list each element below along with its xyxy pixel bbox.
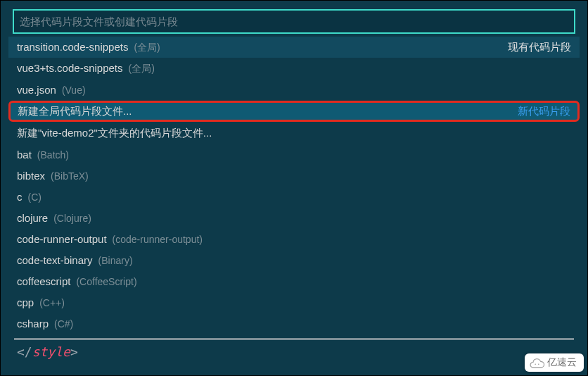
list-item[interactable]: cpp(C++) <box>8 292 580 313</box>
item-main-label: bat <box>17 149 32 161</box>
item-main-label: coffeescript <box>17 275 70 287</box>
list-item[interactable]: bat(Batch) <box>8 144 580 165</box>
item-left: vue.json(Vue) <box>17 84 86 96</box>
code-bracket-close: > <box>70 344 78 359</box>
item-left: bat(Batch) <box>17 149 69 161</box>
item-sub-label: (全局) <box>129 63 155 75</box>
item-left: c(C) <box>17 191 41 203</box>
item-main-label: 新建全局代码片段文件... <box>18 105 132 118</box>
list-separator <box>14 338 574 340</box>
item-left: clojure(Clojure) <box>17 212 91 224</box>
svg-point-1 <box>538 363 539 365</box>
item-sub-label: (Vue) <box>62 84 86 96</box>
list-item[interactable]: code-text-binary(Binary) <box>8 249 580 270</box>
list-item[interactable]: code-runner-output(code-runner-output) <box>8 228 580 249</box>
section-label-existing: 现有代码片段 <box>508 41 571 54</box>
item-main-label: code-runner-output <box>17 233 107 245</box>
item-main-label: 新建"vite-demo2"文件夹的代码片段文件... <box>17 127 212 140</box>
item-left: code-text-binary(Binary) <box>17 254 133 266</box>
item-sub-label: (C++) <box>39 297 65 308</box>
list-item[interactable]: csharp(C#) <box>8 313 580 334</box>
code-tag-name: style <box>32 344 70 359</box>
item-main-label: vue.json <box>17 84 56 96</box>
item-main-label: cpp <box>17 296 34 308</box>
watermark-text: 亿速云 <box>547 356 577 369</box>
item-main-label: bibtex <box>17 170 45 182</box>
item-left: transition.code-snippets(全局) <box>17 41 160 54</box>
snippet-search-input[interactable] <box>14 11 574 32</box>
code-bracket-open: </ <box>17 344 32 359</box>
item-sub-label: (C) <box>28 192 41 203</box>
editor-code-line: </style> <box>8 341 580 363</box>
item-main-label: transition.code-snippets <box>17 41 128 53</box>
list-item[interactable]: bibtex(BibTeX) <box>8 165 580 186</box>
item-sub-label: (CoffeeScript) <box>76 276 136 287</box>
item-left: csharp(C#) <box>17 318 73 330</box>
item-left: cpp(C++) <box>17 296 65 308</box>
item-sub-label: (code-runner-output) <box>113 234 203 245</box>
list-item[interactable]: c(C) <box>8 186 580 207</box>
item-sub-label: (BibTeX) <box>51 170 89 182</box>
item-sub-label: (Batch) <box>37 149 69 161</box>
list-item[interactable]: vue3+ts.code-snippets(全局) <box>8 58 580 79</box>
item-main-label: vue3+ts.code-snippets <box>17 62 123 74</box>
item-main-label: csharp <box>17 318 49 330</box>
svg-point-0 <box>535 363 536 365</box>
item-sub-label: (全局) <box>134 42 160 54</box>
cloud-icon <box>529 356 544 369</box>
item-left: 新建全局代码片段文件... <box>18 105 132 118</box>
item-left: code-runner-output(code-runner-output) <box>17 233 203 245</box>
list-item[interactable]: clojure(Clojure) <box>8 207 580 228</box>
item-left: vue3+ts.code-snippets(全局) <box>17 62 155 75</box>
item-left: 新建"vite-demo2"文件夹的代码片段文件... <box>17 127 212 140</box>
item-left: coffeescript(CoffeeScript) <box>17 275 137 287</box>
item-sub-label: (C#) <box>54 318 73 330</box>
list-item[interactable]: coffeescript(CoffeeScript) <box>8 270 580 292</box>
list-item[interactable]: transition.code-snippets(全局)现有代码片段 <box>8 37 580 58</box>
item-main-label: c <box>17 191 23 203</box>
item-sub-label: (Binary) <box>98 255 133 266</box>
list-item[interactable]: vue.json(Vue) <box>8 79 580 100</box>
item-main-label: code-text-binary <box>17 254 93 266</box>
list-item[interactable]: 新建"vite-demo2"文件夹的代码片段文件... <box>8 123 580 144</box>
snippet-search-wrapper <box>13 9 575 34</box>
list-item[interactable]: 新建全局代码片段文件...新代码片段 <box>8 101 580 122</box>
item-main-label: clojure <box>17 212 48 224</box>
section-label-new: 新代码片段 <box>518 105 570 118</box>
watermark: 亿速云 <box>525 353 584 372</box>
item-left: bibtex(BibTeX) <box>17 170 89 182</box>
item-sub-label: (Clojure) <box>53 213 91 224</box>
snippet-list: transition.code-snippets(全局)现有代码片段vue3+t… <box>8 37 580 334</box>
